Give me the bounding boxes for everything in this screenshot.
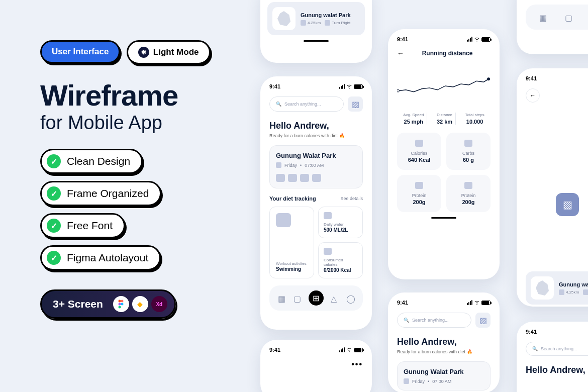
image-icon	[301, 20, 306, 26]
avatar-button[interactable]: ▨	[475, 313, 491, 328]
image-icon	[312, 174, 321, 182]
battery-icon	[481, 301, 491, 305]
status-time: 9:41	[269, 347, 280, 353]
calories-card[interactable]: Consumed calories 0/2000 Kcal	[318, 242, 363, 278]
workout-value: Swimming	[276, 266, 308, 272]
battery-icon	[354, 348, 363, 352]
status-time: 9:41	[269, 83, 280, 89]
image-icon: ▨	[352, 100, 359, 109]
image-icon: ▨	[479, 316, 487, 325]
image-icon	[583, 289, 588, 295]
more-button[interactable]: •••	[351, 360, 363, 368]
back-button[interactable]: ←	[397, 49, 404, 57]
workout-card[interactable]: Workout activites Swimming	[269, 207, 314, 278]
image-icon	[464, 140, 472, 147]
stat-value: 32 km	[437, 119, 452, 125]
nav-grid-icon[interactable]: ▦	[278, 294, 286, 302]
nav-profile-icon[interactable]: ◯	[346, 294, 354, 302]
image-icon	[464, 182, 472, 189]
map-distance: 4.25km	[308, 21, 321, 25]
nav-bell-icon[interactable]: △	[331, 294, 339, 302]
screen-title: Running distance	[404, 50, 491, 57]
park-time: 07:00 AM	[432, 379, 451, 384]
image-icon	[288, 174, 297, 182]
nutrition-calories[interactable]: Calories640 Kcal	[397, 133, 441, 170]
park-name: Gunung Walat Park	[404, 368, 484, 375]
water-label: Daily water	[324, 222, 357, 227]
nutri-label: Protein	[404, 193, 434, 198]
phone-partial-top-right: Workout activites Swimming Consi 0/200 ▦…	[517, 0, 588, 54]
greeting: Hello Andrew,	[397, 337, 491, 347]
nav-grid-icon[interactable]: ▦	[539, 13, 547, 21]
phone-more-partial: 9:41 •••	[260, 340, 372, 392]
badge-ui: User Interface	[40, 40, 120, 63]
feature-frame-organized: ✓Frame Organized	[40, 181, 161, 206]
calories-label: Consumed calories	[324, 258, 357, 267]
image-icon	[325, 20, 330, 26]
map-thumbnail	[272, 7, 296, 30]
calories-value: 0/2000 Kcal	[324, 267, 357, 273]
signal-icon	[467, 37, 472, 42]
image-icon	[324, 212, 332, 219]
search-input[interactable]: 🔍 Search anything...	[269, 96, 344, 112]
search-input[interactable]: 🔍 Search anything...	[526, 342, 588, 356]
map-park-name: Gunung walat Park	[559, 281, 588, 287]
screens-count: 3+ Screen	[53, 298, 103, 310]
nav-map-icon[interactable]: ⊞	[309, 290, 324, 306]
park-day: Friday	[412, 379, 425, 384]
phone-map-partial: Minutes Gunung walat Park 4.25km Turn Ri…	[260, 0, 372, 63]
image-icon	[300, 174, 309, 182]
park-card[interactable]: Gunung Walat Park Friday • 07:00 AM	[397, 361, 491, 390]
check-icon: ✓	[47, 154, 61, 168]
badge-mode-label: Light Mode	[153, 47, 199, 57]
phone-home-partial-right: 9:41 🔍 Search anything... Hello Andrew,	[517, 322, 588, 392]
phone-home-dup: 9:41 🔍 Search anything... ▨ Hello Andrew…	[388, 292, 500, 392]
feature-figma-autolayout: ✓Figma Autolayout	[40, 245, 161, 270]
feature-label: Free Font	[67, 220, 113, 232]
title-main: Wireframe	[40, 78, 231, 112]
bottom-nav: ▦ ▢ ⊞ △ ◯	[269, 285, 363, 311]
phone-running: 9:41 ← Running distance Avg. Speed25 mph…	[388, 29, 500, 279]
wifi-icon	[474, 300, 480, 305]
search-input[interactable]: 🔍 Search anything...	[397, 313, 471, 328]
screens-badge: 3+ Screen ◆ Xd	[40, 289, 176, 319]
nutrition-protein-2[interactable]: Protein200g	[446, 175, 491, 212]
map-park-name: Gunung walat Park	[301, 12, 360, 18]
map-result-card[interactable]: Gunung walat Park 4.25km	[526, 271, 588, 305]
nutrition-protein[interactable]: Protein200g	[397, 175, 441, 212]
map-result-card[interactable]: Gunung walat Park 4.25km Turn Right	[267, 2, 365, 35]
avatar-button[interactable]: ▨	[348, 96, 363, 112]
see-details-link[interactable]: See details	[340, 196, 363, 201]
stat-label: Total steps	[465, 113, 484, 117]
image-icon	[324, 248, 332, 255]
nav-calendar-icon[interactable]: ▢	[565, 13, 573, 21]
search-icon: 🔍	[276, 102, 281, 107]
calendar-icon	[404, 378, 409, 384]
search-placeholder: Search anything...	[284, 102, 321, 107]
marketing-panel: User Interface ✱ Light Mode Wireframe fo…	[40, 40, 231, 319]
park-card[interactable]: Gunung Walat Park Friday • 07:00 AM	[269, 145, 363, 188]
search-icon: 🔍	[404, 318, 409, 323]
water-card[interactable]: Daily water 500 ML/2L	[318, 207, 363, 238]
bottom-nav: ▦ ▢ ⊞	[526, 5, 588, 30]
nutrition-carbs[interactable]: Carbs60 g	[446, 133, 491, 170]
stat-value: 25 mph	[403, 119, 424, 125]
phone-home: 9:41 🔍 Search anything... ▨ Hello Andrew…	[260, 76, 372, 330]
map-thumbnail	[531, 276, 554, 300]
status-bar: 9:41	[397, 300, 491, 306]
home-indicator	[431, 217, 456, 219]
image-icon	[559, 289, 564, 295]
nutri-value: 640 Kcal	[404, 157, 434, 163]
image-icon	[415, 182, 423, 189]
badge-mode: ✱ Light Mode	[127, 40, 211, 64]
image-placeholder: ▨	[556, 193, 579, 216]
svg-point-6	[487, 77, 490, 80]
park-name: Gunung Walat Park	[276, 152, 356, 159]
wifi-icon	[346, 84, 352, 89]
search-icon: 🔍	[532, 346, 538, 351]
map-direction: Turn Right	[332, 21, 350, 25]
workout-label: Workout activites	[276, 261, 308, 266]
status-time: 9:41	[397, 36, 408, 42]
nav-calendar-icon[interactable]: ▢	[293, 294, 302, 302]
back-button[interactable]: ←	[526, 88, 540, 103]
